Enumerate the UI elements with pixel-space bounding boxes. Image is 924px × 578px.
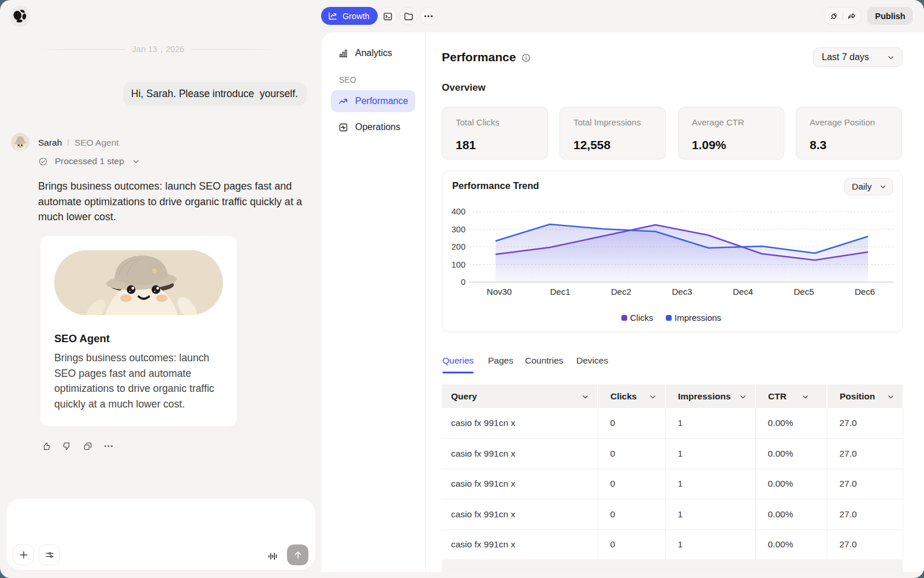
svg-text:Dec5: Dec5	[793, 287, 814, 297]
svg-text:Dec1: Dec1	[550, 287, 570, 297]
svg-text:Dec3: Dec3	[672, 287, 692, 297]
svg-text:300: 300	[452, 225, 465, 234]
svg-text:100: 100	[452, 260, 465, 269]
svg-text:Dec6: Dec6	[855, 287, 875, 297]
svg-text:0: 0	[461, 277, 465, 287]
svg-text:200: 200	[452, 242, 465, 251]
svg-text:Dec4: Dec4	[733, 287, 753, 297]
svg-text:400: 400	[452, 207, 465, 216]
svg-text:Nov30: Nov30	[487, 287, 512, 297]
svg-text:Dec2: Dec2	[611, 287, 631, 297]
